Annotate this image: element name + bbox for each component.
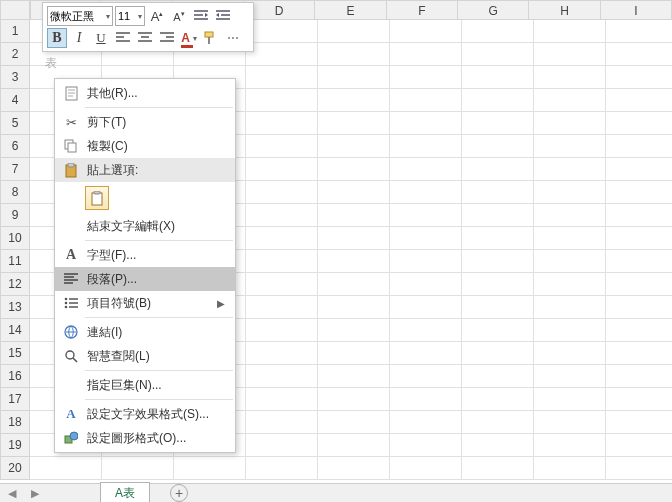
cell[interactable] xyxy=(390,365,462,388)
cell[interactable] xyxy=(606,227,672,250)
cell[interactable] xyxy=(390,342,462,365)
cell[interactable] xyxy=(606,296,672,319)
cell[interactable] xyxy=(318,135,390,158)
cell[interactable] xyxy=(390,43,462,66)
cell[interactable] xyxy=(246,20,318,43)
cell[interactable] xyxy=(462,273,534,296)
decrease-font-button[interactable]: A▾ xyxy=(169,6,189,26)
row-header[interactable]: 20 xyxy=(0,457,30,480)
menu-item-format-shape[interactable]: 設定圖形格式(O)... xyxy=(55,426,235,450)
cell[interactable] xyxy=(390,112,462,135)
cell[interactable] xyxy=(318,319,390,342)
align-left-button[interactable] xyxy=(113,28,133,48)
cell[interactable] xyxy=(606,273,672,296)
cell[interactable] xyxy=(462,135,534,158)
column-header[interactable]: G xyxy=(458,0,529,20)
cell[interactable] xyxy=(606,365,672,388)
cell[interactable] xyxy=(462,457,534,480)
cell[interactable] xyxy=(534,342,606,365)
column-header[interactable]: I xyxy=(601,0,672,20)
cell[interactable] xyxy=(246,181,318,204)
cell[interactable] xyxy=(174,457,246,480)
row-header[interactable]: 6 xyxy=(0,135,30,158)
cell[interactable] xyxy=(534,158,606,181)
font-size-combo[interactable]: 11▾ xyxy=(115,6,145,26)
row-header[interactable]: 12 xyxy=(0,273,30,296)
menu-item-font[interactable]: A 字型(F)... xyxy=(55,243,235,267)
cell[interactable] xyxy=(390,411,462,434)
cell[interactable] xyxy=(246,319,318,342)
cell[interactable] xyxy=(246,457,318,480)
cell[interactable] xyxy=(534,319,606,342)
cell[interactable] xyxy=(534,296,606,319)
cell[interactable] xyxy=(246,158,318,181)
cell[interactable] xyxy=(246,227,318,250)
format-painter-button[interactable] xyxy=(201,28,221,48)
cell[interactable] xyxy=(462,296,534,319)
cell[interactable] xyxy=(606,89,672,112)
cell[interactable] xyxy=(390,296,462,319)
cell[interactable] xyxy=(534,89,606,112)
cell[interactable] xyxy=(606,457,672,480)
cell[interactable] xyxy=(606,204,672,227)
cell[interactable] xyxy=(246,43,318,66)
align-center-button[interactable] xyxy=(135,28,155,48)
italic-button[interactable]: I xyxy=(69,28,89,48)
cell[interactable] xyxy=(390,319,462,342)
font-name-combo[interactable]: 微軟正黑▾ xyxy=(47,6,113,26)
add-sheet-button[interactable]: + xyxy=(170,484,188,502)
cell[interactable] xyxy=(534,250,606,273)
cell[interactable] xyxy=(390,273,462,296)
cell[interactable] xyxy=(606,66,672,89)
cell[interactable] xyxy=(390,250,462,273)
underline-button[interactable]: U xyxy=(91,28,111,48)
cell[interactable] xyxy=(606,434,672,457)
cell[interactable] xyxy=(534,457,606,480)
increase-font-button[interactable]: A▴ xyxy=(147,6,167,26)
cell[interactable] xyxy=(318,457,390,480)
cell[interactable] xyxy=(606,319,672,342)
cell[interactable] xyxy=(318,20,390,43)
cell[interactable] xyxy=(246,273,318,296)
cell[interactable] xyxy=(534,135,606,158)
column-header[interactable]: E xyxy=(315,0,386,20)
decrease-indent-button[interactable] xyxy=(191,6,211,26)
cell[interactable] xyxy=(534,204,606,227)
row-header[interactable]: 18 xyxy=(0,411,30,434)
menu-item-copy[interactable]: 複製(C) xyxy=(55,134,235,158)
row-header[interactable]: 14 xyxy=(0,319,30,342)
cell[interactable] xyxy=(390,227,462,250)
cell[interactable] xyxy=(246,388,318,411)
cell[interactable] xyxy=(318,158,390,181)
cell[interactable] xyxy=(390,457,462,480)
row-header[interactable]: 10 xyxy=(0,227,30,250)
cell[interactable] xyxy=(246,365,318,388)
cell[interactable] xyxy=(102,457,174,480)
cell[interactable] xyxy=(462,411,534,434)
cell[interactable] xyxy=(534,43,606,66)
cell[interactable] xyxy=(390,434,462,457)
cell[interactable] xyxy=(390,89,462,112)
cell[interactable] xyxy=(390,66,462,89)
cell[interactable] xyxy=(318,66,390,89)
menu-item-cut[interactable]: ✂ 剪下(T) xyxy=(55,110,235,134)
cell[interactable] xyxy=(606,43,672,66)
cell[interactable] xyxy=(390,388,462,411)
row-header[interactable]: 15 xyxy=(0,342,30,365)
row-header[interactable]: 13 xyxy=(0,296,30,319)
cell[interactable] xyxy=(318,342,390,365)
cell[interactable] xyxy=(318,434,390,457)
cell[interactable] xyxy=(606,181,672,204)
cell[interactable] xyxy=(534,112,606,135)
row-header[interactable]: 1 xyxy=(0,20,30,43)
cell[interactable] xyxy=(462,20,534,43)
cell[interactable] xyxy=(390,181,462,204)
sheet-tab-active[interactable]: A表 xyxy=(100,482,150,502)
cell[interactable] xyxy=(246,342,318,365)
column-header[interactable]: H xyxy=(529,0,600,20)
menu-item-link[interactable]: 連結(I) xyxy=(55,320,235,344)
cell[interactable] xyxy=(390,20,462,43)
cell[interactable] xyxy=(534,434,606,457)
cell[interactable] xyxy=(390,158,462,181)
cell[interactable] xyxy=(318,273,390,296)
